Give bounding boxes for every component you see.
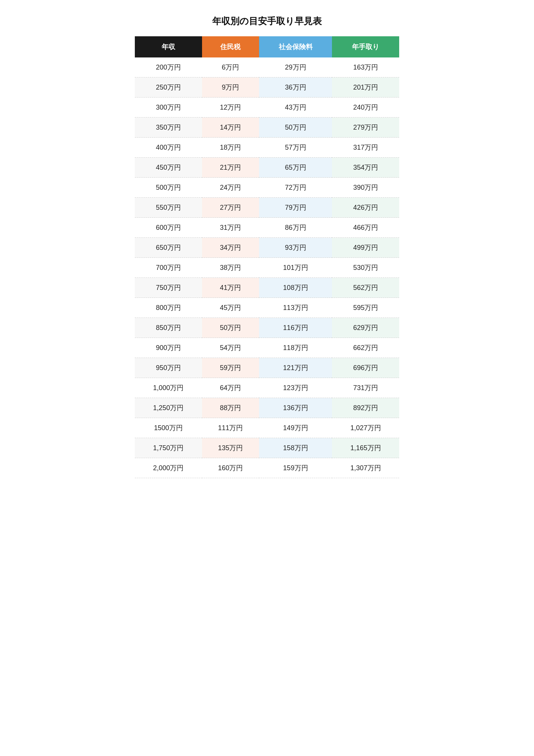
table-cell: 279万円 xyxy=(332,118,399,138)
table-cell: 900万円 xyxy=(135,338,202,358)
table-cell: 93万円 xyxy=(259,238,332,258)
table-cell: 629万円 xyxy=(332,318,399,338)
table-cell: 662万円 xyxy=(332,338,399,358)
table-cell: 159万円 xyxy=(259,458,332,478)
table-cell: 750万円 xyxy=(135,278,202,298)
table-cell: 160万円 xyxy=(202,458,259,478)
table-cell: 350万円 xyxy=(135,118,202,138)
table-row: 1,750万円135万円158万円1,165万円 xyxy=(135,438,399,458)
table-cell: 31万円 xyxy=(202,218,259,238)
table-cell: 29万円 xyxy=(259,57,332,77)
table-cell: 1,027万円 xyxy=(332,418,399,438)
table-cell: 50万円 xyxy=(202,318,259,338)
table-cell: 499万円 xyxy=(332,238,399,258)
table-cell: 72万円 xyxy=(259,178,332,198)
table-cell: 45万円 xyxy=(202,298,259,318)
table-cell: 200万円 xyxy=(135,57,202,77)
table-cell: 650万円 xyxy=(135,238,202,258)
table-cell: 6万円 xyxy=(202,57,259,77)
table-cell: 43万円 xyxy=(259,98,332,118)
table-cell: 88万円 xyxy=(202,398,259,418)
table-cell: 250万円 xyxy=(135,77,202,98)
table-cell: 163万円 xyxy=(332,57,399,77)
table-cell: 24万円 xyxy=(202,178,259,198)
table-cell: 34万円 xyxy=(202,238,259,258)
table-cell: 41万円 xyxy=(202,278,259,298)
table-header-row: 年収 住民税 社会保険料 年手取り xyxy=(135,36,399,57)
table-cell: 9万円 xyxy=(202,77,259,98)
table-cell: 201万円 xyxy=(332,77,399,98)
table-cell: 64万円 xyxy=(202,378,259,398)
table-row: 750万円41万円108万円562万円 xyxy=(135,278,399,298)
table-row: 300万円12万円43万円240万円 xyxy=(135,98,399,118)
table-cell: 466万円 xyxy=(332,218,399,238)
table-cell: 57万円 xyxy=(259,138,332,158)
table-cell: 731万円 xyxy=(332,378,399,398)
table-cell: 300万円 xyxy=(135,98,202,118)
table-cell: 390万円 xyxy=(332,178,399,198)
page-title: 年収別の目安手取り早見表 xyxy=(135,15,399,27)
table-cell: 500万円 xyxy=(135,178,202,198)
table-cell: 892万円 xyxy=(332,398,399,418)
table-row: 1500万円111万円149万円1,027万円 xyxy=(135,418,399,438)
table-cell: 79万円 xyxy=(259,198,332,218)
table-cell: 108万円 xyxy=(259,278,332,298)
table-cell: 1,750万円 xyxy=(135,438,202,458)
table-cell: 86万円 xyxy=(259,218,332,238)
table-cell: 65万円 xyxy=(259,158,332,178)
table-cell: 158万円 xyxy=(259,438,332,458)
table-cell: 550万円 xyxy=(135,198,202,218)
table-row: 650万円34万円93万円499万円 xyxy=(135,238,399,258)
table-cell: 50万円 xyxy=(259,118,332,138)
table-cell: 12万円 xyxy=(202,98,259,118)
table-cell: 317万円 xyxy=(332,138,399,158)
table-cell: 1,307万円 xyxy=(332,458,399,478)
table-cell: 136万円 xyxy=(259,398,332,418)
table-row: 950万円59万円121万円696万円 xyxy=(135,358,399,378)
table-cell: 38万円 xyxy=(202,258,259,278)
header-social-insurance: 社会保険料 xyxy=(259,36,332,57)
table-cell: 240万円 xyxy=(332,98,399,118)
table-cell: 18万円 xyxy=(202,138,259,158)
table-cell: 600万円 xyxy=(135,218,202,238)
table-cell: 123万円 xyxy=(259,378,332,398)
table-cell: 354万円 xyxy=(332,158,399,178)
table-row: 1,000万円64万円123万円731万円 xyxy=(135,378,399,398)
header-resident-tax: 住民税 xyxy=(202,36,259,57)
table-row: 400万円18万円57万円317万円 xyxy=(135,138,399,158)
table-cell: 1,000万円 xyxy=(135,378,202,398)
table-row: 550万円27万円79万円426万円 xyxy=(135,198,399,218)
table-cell: 118万円 xyxy=(259,338,332,358)
table-row: 500万円24万円72万円390万円 xyxy=(135,178,399,198)
table-cell: 27万円 xyxy=(202,198,259,218)
table-cell: 562万円 xyxy=(332,278,399,298)
table-row: 850万円50万円116万円629万円 xyxy=(135,318,399,338)
table-body: 200万円6万円29万円163万円250万円9万円36万円201万円300万円1… xyxy=(135,57,399,478)
table-row: 900万円54万円118万円662万円 xyxy=(135,338,399,358)
table-cell: 21万円 xyxy=(202,158,259,178)
table-cell: 59万円 xyxy=(202,358,259,378)
table-cell: 2,000万円 xyxy=(135,458,202,478)
page-container: 年収別の目安手取り早見表 年収 住民税 社会保険料 年手取り 200万円6万円2… xyxy=(135,15,399,478)
table-cell: 850万円 xyxy=(135,318,202,338)
table-row: 600万円31万円86万円466万円 xyxy=(135,218,399,238)
table-row: 450万円21万円65万円354万円 xyxy=(135,158,399,178)
header-income: 年収 xyxy=(135,36,202,57)
table-cell: 400万円 xyxy=(135,138,202,158)
header-take-home: 年手取り xyxy=(332,36,399,57)
table-row: 200万円6万円29万円163万円 xyxy=(135,57,399,77)
table-cell: 116万円 xyxy=(259,318,332,338)
table-cell: 111万円 xyxy=(202,418,259,438)
table-cell: 135万円 xyxy=(202,438,259,458)
table-cell: 426万円 xyxy=(332,198,399,218)
table-cell: 54万円 xyxy=(202,338,259,358)
table-row: 350万円14万円50万円279万円 xyxy=(135,118,399,138)
table-cell: 1500万円 xyxy=(135,418,202,438)
table-row: 700万円38万円101万円530万円 xyxy=(135,258,399,278)
table-cell: 14万円 xyxy=(202,118,259,138)
table-cell: 950万円 xyxy=(135,358,202,378)
table-cell: 149万円 xyxy=(259,418,332,438)
table-cell: 700万円 xyxy=(135,258,202,278)
table-row: 250万円9万円36万円201万円 xyxy=(135,77,399,98)
table-cell: 1,250万円 xyxy=(135,398,202,418)
